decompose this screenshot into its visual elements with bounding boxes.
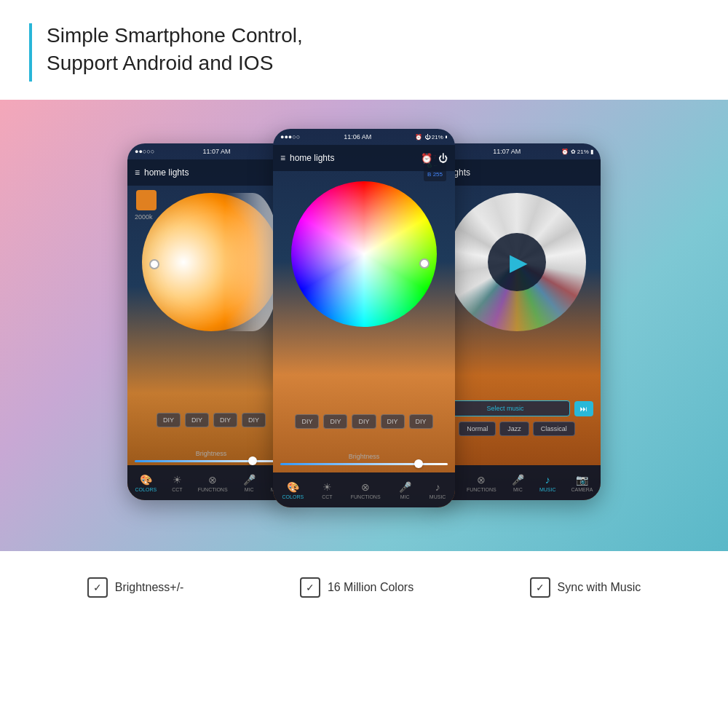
phone2-nav-music[interactable]: ♪ MUSIC (430, 481, 446, 499)
phone3-functions-label: FUNCTIONS (467, 487, 496, 492)
phone2-diy-row: DIY DIY DIY DIY DIY (273, 414, 455, 429)
phone2-nav-functions[interactable]: ⊗ FUNCTIONS (351, 481, 381, 499)
phone3-mode-jazz[interactable]: Jazz (499, 422, 529, 436)
phone3-mic-label: MIC (513, 487, 523, 492)
phone2-mic-label: MIC (400, 494, 410, 499)
phone1-diy-4[interactable]: DIY (242, 413, 266, 427)
phone2-cct-icon: ☀ (323, 481, 332, 493)
phone2-nav-colors[interactable]: 🎨 COLORS (282, 481, 304, 499)
phone1-cct-label: CCT (172, 487, 182, 492)
phone3-mode-classical[interactable]: Classical (533, 422, 575, 436)
phone2-nav-cct[interactable]: ☀ CCT (322, 481, 332, 499)
phones-section: ●●○○○ 11:07 AM ▮▮▯ ≡ home lights 2000k D… (0, 100, 728, 551)
phone1-brightness-area: Brightness (135, 450, 288, 462)
phone3-nav-functions[interactable]: ⊗ FUNCTIONS (467, 474, 496, 492)
check-brightness-icon: ✓ (87, 577, 108, 598)
phone3-bottom-nav: ☀ CCT ⊗ FUNCTIONS 🎤 MIC ♪ MUSIC 📷 CAMERA (433, 465, 601, 500)
phone3-music-controls: Select music ⏭ (433, 400, 601, 416)
phone2-app-header: ≡ home lights ⏰ ⏻ (273, 145, 455, 171)
phone2-rgb-b: B 255 (427, 170, 443, 179)
phone1-color-wheel-container[interactable] (142, 193, 280, 331)
phone2-functions-label: FUNCTIONS (351, 494, 381, 499)
check-music-icon: ✓ (530, 577, 550, 598)
phone2-functions-icon: ⊗ (361, 481, 370, 493)
phone2-wheel-dot[interactable] (419, 258, 430, 269)
phone2-diy-1[interactable]: DIY (295, 414, 319, 429)
phone1-colors-label: COLORS (135, 487, 157, 492)
phone2-battery: ⏰ ⏻ 21% ▮ (415, 134, 448, 141)
phone1-app-title: home lights (144, 167, 189, 178)
phone3-nav-mic[interactable]: 🎤 MIC (512, 474, 524, 492)
phone3-play-icon[interactable]: ▶ (510, 248, 528, 276)
phone2-diy-2[interactable]: DIY (323, 414, 347, 429)
phone2-diy-4[interactable]: DIY (381, 414, 405, 429)
phone3-functions-icon: ⊗ (477, 474, 486, 486)
feature-colors-label: 16 Million Colors (328, 581, 414, 594)
phone3-mic-icon: 🎤 (512, 474, 524, 486)
phone2-brightness-track[interactable] (280, 463, 448, 465)
phone1-nav-mic[interactable]: 🎤 MIC (243, 474, 256, 492)
phone3-music-icon: ♪ (545, 474, 550, 486)
headline-line2: Support Android and IOS (47, 50, 303, 77)
phone2-mic-icon: 🎤 (399, 481, 411, 493)
phone2-color-wheel-wrapper[interactable] (291, 181, 437, 327)
phone2-signal: ●●●○○ (280, 133, 300, 141)
accent-bar (29, 23, 32, 82)
feature-brightness: ✓ Brightness+/- (87, 577, 184, 598)
phone3-battery: ⏰ ✿ 21% ▮ (561, 149, 593, 155)
phone1-diy-1[interactable]: DIY (157, 413, 181, 427)
phone2-diy-5[interactable]: DIY (409, 414, 433, 429)
phone2-brightness-thumb[interactable] (414, 459, 423, 468)
phone2-color-wheel[interactable] (291, 181, 437, 327)
phone1-nav-functions[interactable]: ⊗ FUNCTIONS (198, 474, 228, 492)
headline: Simple Smartphone Control, Support Andro… (47, 22, 303, 77)
top-section: Simple Smartphone Control, Support Andro… (0, 0, 728, 100)
phone3-nav-music[interactable]: ♪ MUSIC (539, 474, 556, 492)
phone3-music-disc: ▶ (448, 193, 586, 331)
phone2-menu-icon[interactable]: ≡ (280, 153, 285, 163)
phone2-power-icon[interactable]: ⏻ (438, 153, 448, 164)
phone1-diy-3[interactable]: DIY (213, 413, 237, 427)
phone2-diy-3[interactable]: DIY (352, 414, 376, 429)
phone3-disc-center[interactable]: ▶ (488, 233, 546, 291)
phone3-mode-normal[interactable]: Normal (459, 422, 496, 436)
phone3-music-mode-row: Normal Jazz Classical (433, 422, 601, 436)
phone1-brightness-track[interactable] (135, 460, 288, 462)
phone-2: ●●●○○ 11:06 AM ⏰ ⏻ 21% ▮ R 7 G ·· B 255 … (273, 129, 455, 507)
feature-music-label: Sync with Music (558, 581, 641, 594)
check-colors-icon: ✓ (300, 577, 320, 598)
phone2-music-label: MUSIC (430, 494, 446, 499)
phone1-diy-2[interactable]: DIY (185, 413, 209, 427)
phone1-diy-row: DIY DIY DIY DIY (127, 413, 295, 427)
phone1-warm-wheel[interactable] (142, 193, 280, 331)
phone1-wheel-dot[interactable] (149, 259, 159, 269)
phone3-time: 11:07 AM (493, 148, 521, 155)
phone2-music-icon: ♪ (435, 481, 440, 493)
phone1-brightness-thumb[interactable] (248, 456, 257, 465)
feature-colors: ✓ 16 Million Colors (300, 577, 414, 598)
phone2-clock-icon[interactable]: ⏰ (421, 153, 432, 164)
phone1-menu-icon[interactable]: ≡ (135, 167, 140, 178)
phone3-camera-icon: 📷 (576, 474, 588, 486)
phone3-camera-label: CAMERA (571, 487, 593, 492)
phone2-bottom-nav: 🎨 COLORS ☀ CCT ⊗ FUNCTIONS 🎤 MIC ♪ MUSIC (273, 472, 455, 507)
phone1-nav-colors[interactable]: 🎨 COLORS (135, 474, 157, 492)
phone3-fast-forward-btn[interactable]: ⏭ (574, 401, 593, 416)
phone1-color-swatch[interactable] (136, 190, 157, 210)
phone1-cct-icon: ☀ (173, 474, 182, 486)
phone2-nav-mic[interactable]: 🎤 MIC (399, 481, 411, 499)
phone1-nav-cct[interactable]: ☀ CCT (172, 474, 182, 492)
phone1-color-temp: 2000k (135, 213, 153, 221)
phone3-app-header: ≡ lights (433, 159, 601, 186)
phone2-status-bar: ●●●○○ 11:06 AM ⏰ ⏻ 21% ▮ (273, 129, 455, 145)
headline-line1: Simple Smartphone Control, (47, 22, 303, 50)
phone3-select-music-btn[interactable]: Select music (440, 400, 570, 416)
phone1-time: 11:07 AM (203, 148, 231, 155)
phone1-mic-label: MIC (245, 487, 254, 492)
feature-music: ✓ Sync with Music (530, 577, 641, 598)
phone3-music-label: MUSIC (539, 487, 556, 492)
phone1-functions-icon: ⊗ (208, 474, 217, 486)
phone2-brightness-label: Brightness (280, 453, 448, 460)
phone1-app-header: ≡ home lights (127, 159, 295, 186)
phone3-nav-camera[interactable]: 📷 CAMERA (571, 474, 593, 492)
